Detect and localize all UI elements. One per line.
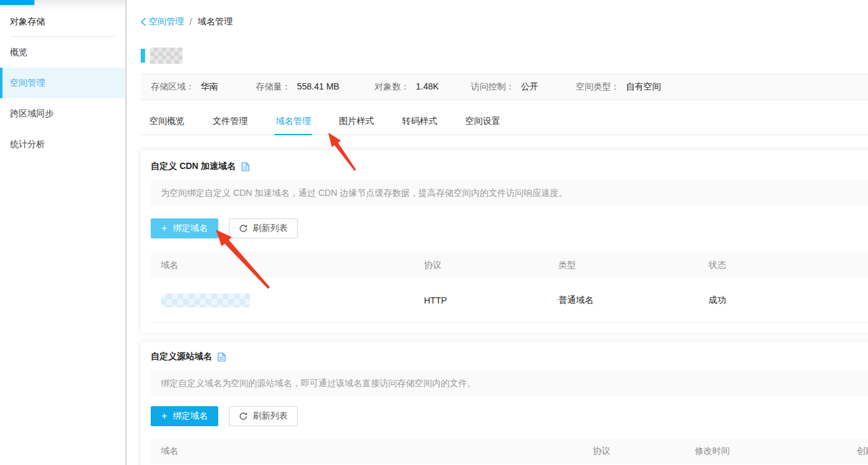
tab-domain-management[interactable]: 域名管理 bbox=[275, 115, 312, 135]
col-status: 状态 bbox=[699, 260, 868, 271]
origin-table-header: 域名 协议 修改时间 创建时间 bbox=[151, 439, 868, 464]
sidebar: 对象存储 概览 空间管理 跨区域同步 统计分析 bbox=[0, 0, 125, 465]
info-storage-size: 存储量： 558.41 MB bbox=[256, 81, 375, 93]
origin-section-description: 绑定自定义域名为空间的源站域名，即可通过该域名直接访问存储空间内的文件。 bbox=[151, 370, 868, 396]
sidebar-scroll-strip bbox=[125, 0, 127, 465]
redacted-domain-name bbox=[161, 294, 250, 307]
tab-space-overview[interactable]: 空间概览 bbox=[148, 115, 186, 135]
col-domain: 域名 bbox=[151, 260, 414, 271]
bucket-tabs: 空间概览 文件管理 域名管理 图片样式 转码样式 空间设置 bbox=[141, 115, 868, 135]
bucket-title-row bbox=[141, 48, 868, 64]
cdn-section-title: 自定义 CDN 加速域名 bbox=[151, 161, 236, 172]
info-access-control: 访问控制： 公开 bbox=[471, 81, 576, 93]
sidebar-item-cross-region-sync[interactable]: 跨区域同步 bbox=[0, 98, 125, 129]
breadcrumb: 空间管理 / 域名管理 bbox=[141, 16, 868, 28]
breadcrumb-back-label: 空间管理 bbox=[149, 16, 184, 28]
top-accent-bar bbox=[0, 0, 34, 5]
sidebar-item-overview[interactable]: 概览 bbox=[0, 37, 125, 68]
redacted-bucket-name bbox=[150, 48, 183, 64]
tab-image-style[interactable]: 图片样式 bbox=[338, 115, 375, 135]
origin-domain-card: 自定义源站域名 绑定自定义域名为空间的源站域名，即可通过该域名直接访问存储空间内… bbox=[141, 342, 868, 465]
tab-transcode-style[interactable]: 转码样式 bbox=[401, 115, 438, 135]
cdn-table-row: HTTP 普通域名 成功 bbox=[151, 278, 868, 323]
col-domain: 域名 bbox=[151, 446, 583, 457]
doc-link-icon[interactable] bbox=[218, 352, 226, 362]
cell-domain bbox=[151, 294, 414, 307]
info-space-type: 空间类型： 自有空间 bbox=[576, 81, 661, 93]
origin-domain-table: 域名 协议 修改时间 创建时间 bbox=[151, 439, 868, 464]
bucket-info-bar: 存储区域： 华南 存储量： 558.41 MB 对象数： 1.48K 访问控制：… bbox=[141, 74, 868, 100]
tab-file-management[interactable]: 文件管理 bbox=[211, 115, 249, 135]
origin-bind-domain-button[interactable]: + 绑定域名 bbox=[151, 406, 218, 426]
col-protocol: 协议 bbox=[414, 260, 548, 271]
cdn-domain-table: 域名 协议 类型 状态 HTTP 普通域名 成功 bbox=[151, 253, 868, 323]
breadcrumb-separator: / bbox=[189, 17, 192, 27]
chevron-left-icon bbox=[141, 18, 146, 26]
sidebar-item-statistics[interactable]: 统计分析 bbox=[0, 129, 125, 160]
refresh-icon bbox=[239, 224, 248, 233]
plus-icon: + bbox=[161, 223, 167, 233]
cell-status: 成功 bbox=[699, 295, 868, 306]
origin-section-title-row: 自定义源站域名 bbox=[151, 350, 868, 363]
col-protocol: 协议 bbox=[583, 446, 685, 457]
doc-link-icon[interactable] bbox=[241, 162, 250, 171]
cdn-bind-domain-button[interactable]: + 绑定域名 bbox=[151, 218, 218, 238]
cell-protocol: HTTP bbox=[414, 295, 548, 305]
origin-button-row: + 绑定域名 刷新列表 bbox=[151, 406, 868, 426]
cdn-refresh-list-button[interactable]: 刷新列表 bbox=[229, 218, 298, 238]
origin-section-title: 自定义源站域名 bbox=[151, 351, 212, 362]
breadcrumb-back-link[interactable]: 空间管理 bbox=[141, 16, 184, 28]
col-modified-time: 修改时间 bbox=[685, 446, 847, 457]
info-object-count: 对象数： 1.48K bbox=[375, 81, 471, 93]
col-type: 类型 bbox=[548, 260, 699, 271]
cdn-section-description: 为空间绑定自定义 CDN 加速域名，通过 CDN 边缘节点缓存数据，提高存储空间… bbox=[151, 180, 868, 206]
cell-type: 普通域名 bbox=[548, 295, 699, 306]
cdn-section-title-row: 自定义 CDN 加速域名 bbox=[151, 160, 868, 173]
bucket-title-accent-bar bbox=[141, 49, 145, 63]
cdn-table-header: 域名 协议 类型 状态 bbox=[151, 253, 868, 278]
breadcrumb-current: 域名管理 bbox=[198, 16, 233, 28]
tab-space-settings[interactable]: 空间设置 bbox=[464, 115, 502, 135]
col-created-time: 创建时间 bbox=[847, 446, 868, 457]
cdn-domain-card: 自定义 CDN 加速域名 为空间绑定自定义 CDN 加速域名，通过 CDN 边缘… bbox=[141, 150, 868, 333]
origin-refresh-list-button[interactable]: 刷新列表 bbox=[229, 406, 298, 426]
plus-icon: + bbox=[161, 411, 167, 421]
sidebar-item-space-management[interactable]: 空间管理 bbox=[0, 68, 125, 98]
cdn-button-row: + 绑定域名 刷新列表 bbox=[151, 218, 868, 238]
refresh-icon bbox=[239, 412, 248, 421]
main-content: 空间管理 / 域名管理 存储区域： 华南 存储量： 558.41 MB 对象数：… bbox=[127, 0, 868, 465]
info-storage-region: 存储区域： 华南 bbox=[151, 81, 256, 93]
